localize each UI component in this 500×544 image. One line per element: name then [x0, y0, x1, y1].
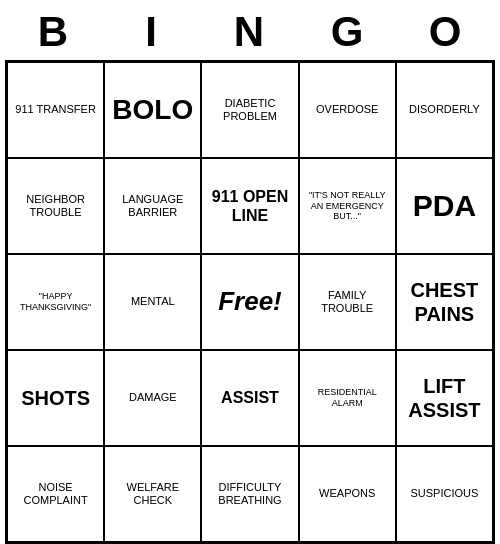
bingo-title: BINGO: [5, 0, 495, 60]
bingo-cell: NEIGHBOR TROUBLE: [7, 158, 104, 254]
bingo-cell: BOLO: [104, 62, 201, 158]
bingo-cell: RESIDENTIAL ALARM: [299, 350, 396, 446]
bingo-cell: ASSIST: [201, 350, 298, 446]
bingo-letter: O: [401, 8, 491, 56]
bingo-cell: "HAPPY THANKSGIVING": [7, 254, 104, 350]
bingo-cell: FAMILY TROUBLE: [299, 254, 396, 350]
bingo-cell: PDA: [396, 158, 493, 254]
bingo-cell: "IT'S NOT REALLY AN EMERGENCY BUT...": [299, 158, 396, 254]
bingo-cell: OVERDOSE: [299, 62, 396, 158]
bingo-letter: G: [303, 8, 393, 56]
bingo-cell: NOISE COMPLAINT: [7, 446, 104, 542]
bingo-cell: 911 TRANSFER: [7, 62, 104, 158]
bingo-letter: I: [107, 8, 197, 56]
bingo-cell: LIFT ASSIST: [396, 350, 493, 446]
bingo-cell: DIFFICULTY BREATHING: [201, 446, 298, 542]
bingo-cell: DIABETIC PROBLEM: [201, 62, 298, 158]
bingo-letter: B: [9, 8, 99, 56]
bingo-cell: SHOTS: [7, 350, 104, 446]
bingo-letter: N: [205, 8, 295, 56]
bingo-cell: 911 OPEN LINE: [201, 158, 298, 254]
bingo-cell: DAMAGE: [104, 350, 201, 446]
bingo-cell: LANGUAGE BARRIER: [104, 158, 201, 254]
bingo-cell: Free!: [201, 254, 298, 350]
bingo-cell: WELFARE CHECK: [104, 446, 201, 542]
bingo-cell: WEAPONS: [299, 446, 396, 542]
bingo-cell: CHEST PAINS: [396, 254, 493, 350]
bingo-cell: DISORDERLY: [396, 62, 493, 158]
bingo-grid: 911 TRANSFERBOLODIABETIC PROBLEMOVERDOSE…: [5, 60, 495, 544]
bingo-cell: MENTAL: [104, 254, 201, 350]
bingo-cell: SUSPICIOUS: [396, 446, 493, 542]
